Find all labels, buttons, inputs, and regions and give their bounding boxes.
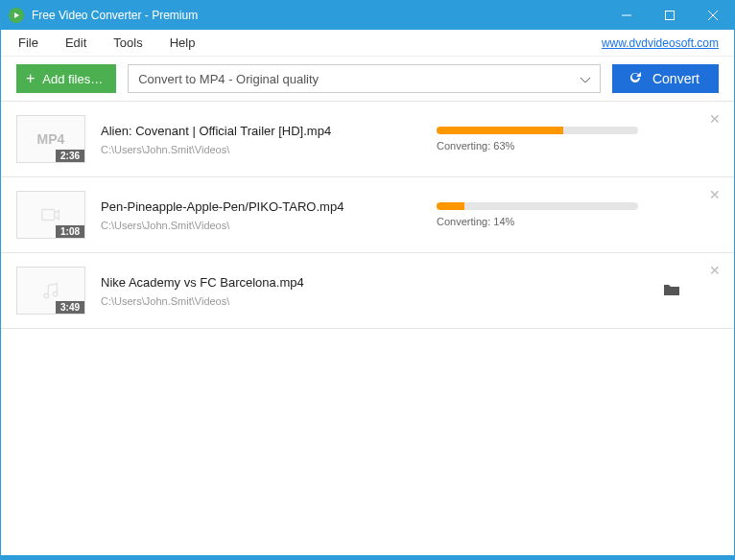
progress-bar (437, 202, 638, 210)
file-list: MP4 2:36 Alien: Covenant | Official Trai… (1, 101, 734, 555)
progress-area: Converting: 63% (437, 127, 680, 152)
thumbnail: 1:08 (16, 191, 85, 239)
file-path: C:\Users\John.Smit\Videos\ (101, 144, 417, 155)
plus-icon: + (26, 71, 35, 86)
thumbnail: MP4 2:36 (16, 115, 85, 163)
list-item[interactable]: 3:49 Nike Academy vs FC Barcelona.mp4 C:… (1, 253, 734, 329)
duration-badge: 3:49 (56, 301, 84, 314)
window-controls (605, 1, 734, 30)
svg-point-6 (53, 292, 58, 296)
file-info: Nike Academy vs FC Barcelona.mp4 C:\User… (101, 275, 417, 307)
menu-file[interactable]: File (9, 35, 52, 50)
file-name: Pen-Pineapple-Apple-Pen/PIKO-TARO.mp4 (101, 199, 417, 214)
duration-badge: 1:08 (56, 225, 84, 238)
add-files-button[interactable]: + Add files… (16, 64, 116, 93)
add-files-label: Add files… (42, 72, 103, 86)
minimize-button[interactable] (605, 1, 648, 30)
remove-item-button[interactable]: ✕ (709, 187, 721, 202)
open-folder-button[interactable] (663, 283, 680, 299)
file-name: Alien: Covenant | Official Trailer [HD].… (101, 124, 417, 138)
status-text: Converting: 14% (437, 216, 680, 227)
menu-help[interactable]: Help (156, 35, 209, 50)
list-item[interactable]: 1:08 Pen-Pineapple-Apple-Pen/PIKO-TARO.m… (1, 177, 734, 253)
close-button[interactable] (691, 1, 734, 30)
refresh-icon (628, 70, 643, 88)
thumbnail: 3:49 (16, 267, 85, 315)
svg-rect-4 (42, 210, 55, 221)
convert-button[interactable]: Convert (612, 64, 719, 93)
remove-item-button[interactable]: ✕ (709, 111, 721, 127)
format-select[interactable]: Convert to MP4 - Original quality (128, 64, 601, 93)
status-text: Converting: 63% (437, 140, 680, 152)
progress-bar (437, 127, 638, 134)
toolbar: + Add files… Convert to MP4 - Original q… (1, 57, 734, 101)
file-info: Pen-Pineapple-Apple-Pen/PIKO-TARO.mp4 C:… (101, 199, 417, 231)
convert-label: Convert (652, 71, 699, 86)
duration-badge: 2:36 (56, 150, 84, 162)
progress-area: Converting: 14% (437, 202, 680, 227)
menubar: File Edit Tools Help www.dvdvideosoft.co… (1, 30, 734, 57)
file-name: Nike Academy vs FC Barcelona.mp4 (101, 275, 417, 290)
maximize-button[interactable] (648, 1, 691, 30)
file-path: C:\Users\John.Smit\Videos\ (101, 220, 417, 231)
format-selected-label: Convert to MP4 - Original quality (138, 72, 319, 86)
titlebar: Free Video Converter - Premium (1, 1, 734, 30)
website-link[interactable]: www.dvdvideosoft.com (602, 36, 726, 50)
app-title: Free Video Converter - Premium (32, 9, 605, 22)
footer-bar (1, 555, 734, 559)
remove-item-button[interactable]: ✕ (709, 263, 721, 278)
svg-rect-1 (665, 12, 674, 20)
menu-tools[interactable]: Tools (100, 35, 155, 50)
list-item[interactable]: MP4 2:36 Alien: Covenant | Official Trai… (1, 102, 734, 177)
file-path: C:\Users\John.Smit\Videos\ (101, 295, 417, 307)
menu-edit[interactable]: Edit (52, 35, 100, 50)
file-info: Alien: Covenant | Official Trailer [HD].… (101, 124, 417, 155)
app-icon (9, 8, 24, 23)
chevron-down-icon (581, 72, 590, 86)
